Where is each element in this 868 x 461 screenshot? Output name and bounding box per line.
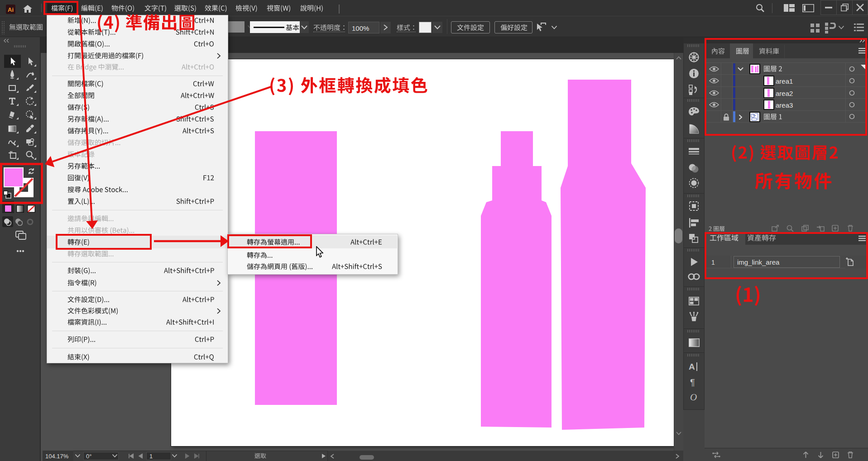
svg-text:A: A	[689, 362, 695, 371]
svg-text:O: O	[690, 392, 697, 402]
svg-text:¶: ¶	[690, 378, 695, 387]
